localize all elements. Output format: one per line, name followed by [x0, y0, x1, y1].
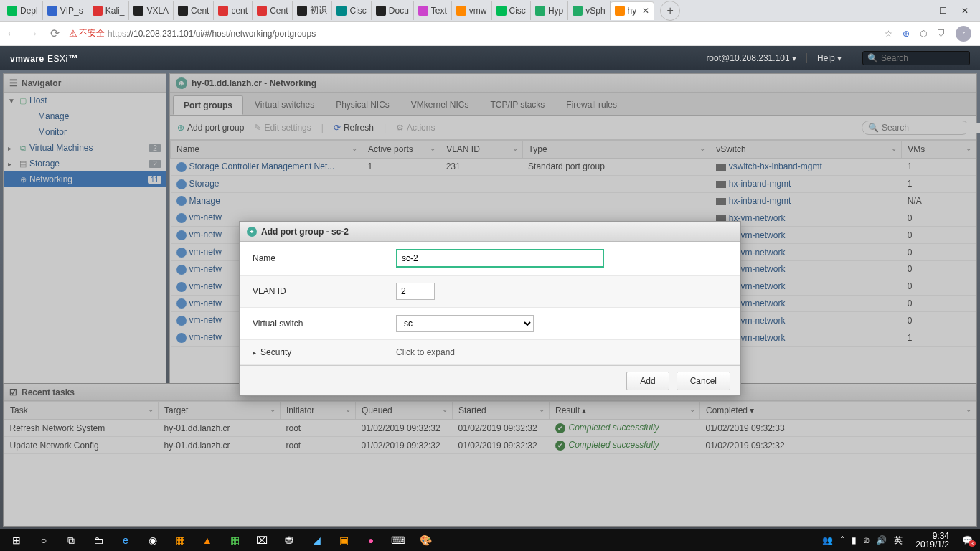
pwa-icon[interactable]: ⊕	[903, 29, 910, 39]
browser-tab[interactable]: Cisc	[332, 1, 371, 20]
browser-tab[interactable]: 初识	[293, 1, 332, 20]
vlc-icon[interactable]: ▲	[194, 529, 221, 551]
app-icon-6[interactable]: ⌨	[385, 529, 412, 551]
app-icon-3[interactable]: ⛃	[275, 529, 303, 551]
name-label: Name	[253, 253, 396, 263]
modal-overlay: + Add port group - sc-2 Name VLAN ID Vir…	[0, 70, 980, 529]
browser-tab[interactable]: hy✕	[611, 1, 655, 20]
global-search-input[interactable]	[881, 53, 980, 63]
browser-tab[interactable]: Docu	[372, 1, 414, 20]
close-tab-icon[interactable]: ✕	[642, 6, 649, 16]
bookmark-icon[interactable]: ☆	[885, 29, 892, 39]
main-area: ☰ Navigator ▼▢Host Manage Monitor ▸⧉Virt…	[0, 70, 980, 529]
volume-icon[interactable]: 🔊	[876, 535, 887, 545]
browser-tab[interactable]: Hyp	[531, 1, 568, 20]
security-label: Security	[260, 347, 291, 357]
ime-indicator[interactable]: 英	[894, 534, 903, 547]
chevron-up-icon[interactable]: ˄	[840, 535, 844, 545]
vlan-input[interactable]	[396, 283, 435, 300]
dialog-footer: Add Cancel	[240, 365, 740, 395]
minimize-button[interactable]: —	[916, 6, 925, 16]
browser-tab[interactable]: VIP_s	[43, 1, 88, 20]
app-icon-5[interactable]: ●	[357, 529, 385, 551]
people-icon[interactable]: 👥	[822, 535, 833, 545]
close-button[interactable]: ✕	[961, 6, 969, 16]
esxi-header: vmware ESXi™ root@10.208.231.101 ▾ Help …	[0, 46, 980, 70]
app-icon-2[interactable]: ⌧	[248, 529, 275, 551]
battery-icon[interactable]: ▮	[852, 535, 857, 545]
name-input[interactable]	[396, 249, 604, 268]
app-icon-7[interactable]: 🎨	[412, 529, 439, 551]
search-icon: 🔍	[867, 53, 878, 63]
browser-tab[interactable]: Depl	[3, 1, 43, 20]
browser-tab[interactable]: vSph	[568, 1, 610, 20]
browser-tab-strip: DeplVIP_sKali_VXLACentcentCent初识CiscDocu…	[0, 0, 980, 22]
browser-tab[interactable]: cent	[214, 1, 253, 20]
forward-button[interactable]: →	[26, 27, 40, 40]
browser-tab[interactable]: Text	[414, 1, 452, 20]
sublime-icon[interactable]: ▦	[166, 529, 194, 551]
expand-hint: Click to expand	[396, 347, 455, 357]
global-search[interactable]: 🔍	[862, 51, 970, 65]
dialog-title: Add port group - sc-2	[261, 227, 349, 237]
browser-tab[interactable]: VXLA	[129, 1, 174, 20]
form-row-vlan: VLAN ID	[240, 276, 740, 308]
back-button[interactable]: ←	[4, 27, 19, 40]
url-field[interactable]: ⚠ 不安全 https://10.208.231.101/ui/#/host/n…	[69, 27, 877, 39]
cortana-icon[interactable]: ○	[30, 529, 57, 551]
network-icon[interactable]: ⎚	[864, 535, 869, 545]
vswitch-select[interactable]: sc	[396, 315, 534, 332]
wireshark-icon[interactable]: ◢	[303, 529, 330, 551]
address-bar: ← → ⟳ ⚠ 不安全 https://10.208.231.101/ui/#/…	[0, 22, 980, 46]
system-tray[interactable]: 👥 ˄ ▮ ⎚ 🔊 英 9:34 2019/1/2 💬3	[822, 532, 977, 549]
form-row-name: Name	[240, 242, 740, 276]
insecure-badge: ⚠ 不安全	[69, 27, 105, 39]
form-row-security[interactable]: ▸Security Click to expand	[240, 340, 740, 365]
cancel-button[interactable]: Cancel	[677, 372, 730, 390]
dialog-title-bar[interactable]: + Add port group - sc-2	[240, 222, 740, 242]
extension-icon[interactable]: ⬡	[920, 29, 927, 39]
vlan-label: VLAN ID	[253, 286, 396, 296]
notification-icon[interactable]: 💬3	[962, 535, 973, 545]
taskview-icon[interactable]: ⧉	[57, 529, 85, 551]
browser-tab[interactable]: Cisc	[492, 1, 531, 20]
new-tab-button[interactable]: +	[660, 1, 680, 21]
chrome-icon[interactable]: ◉	[139, 529, 166, 551]
windows-taskbar: ⊞ ○ ⧉ 🗀 e ◉ ▦ ▲ ▦ ⌧ ⛃ ◢ ▣ ● ⌨ 🎨 👥 ˄ ▮ ⎚ …	[0, 529, 980, 551]
browser-tab[interactable]: vmw	[452, 1, 492, 20]
help-menu[interactable]: Help ▾	[817, 53, 852, 63]
portgroup-icon: +	[247, 227, 257, 237]
add-button[interactable]: Add	[626, 372, 669, 390]
browser-tab[interactable]: Kali_	[88, 1, 130, 20]
start-button[interactable]: ⊞	[3, 529, 30, 551]
profile-avatar[interactable]: r	[956, 26, 971, 42]
reload-button[interactable]: ⟳	[47, 27, 62, 40]
vswitch-label: Virtual switch	[253, 319, 396, 329]
browser-tab[interactable]: Cent	[253, 1, 293, 20]
user-menu[interactable]: root@10.208.231.101 ▾	[706, 53, 807, 63]
form-row-vswitch: Virtual switch sc	[240, 308, 740, 340]
ie-icon[interactable]: e	[112, 529, 139, 551]
window-controls: — ☐ ✕	[916, 6, 977, 16]
vmware-logo: vmware ESXi™	[10, 52, 78, 64]
shield-icon[interactable]: ⛉	[937, 29, 946, 39]
chevron-right-icon: ▸	[253, 349, 256, 357]
app-icon[interactable]: ▦	[221, 529, 248, 551]
explorer-icon[interactable]: 🗀	[85, 529, 112, 551]
app-icon-4[interactable]: ▣	[330, 529, 357, 551]
clock[interactable]: 9:34 2019/1/2	[910, 532, 955, 549]
add-portgroup-dialog: + Add port group - sc-2 Name VLAN ID Vir…	[239, 221, 741, 396]
browser-tab[interactable]: Cent	[174, 1, 214, 20]
maximize-button[interactable]: ☐	[939, 6, 947, 16]
